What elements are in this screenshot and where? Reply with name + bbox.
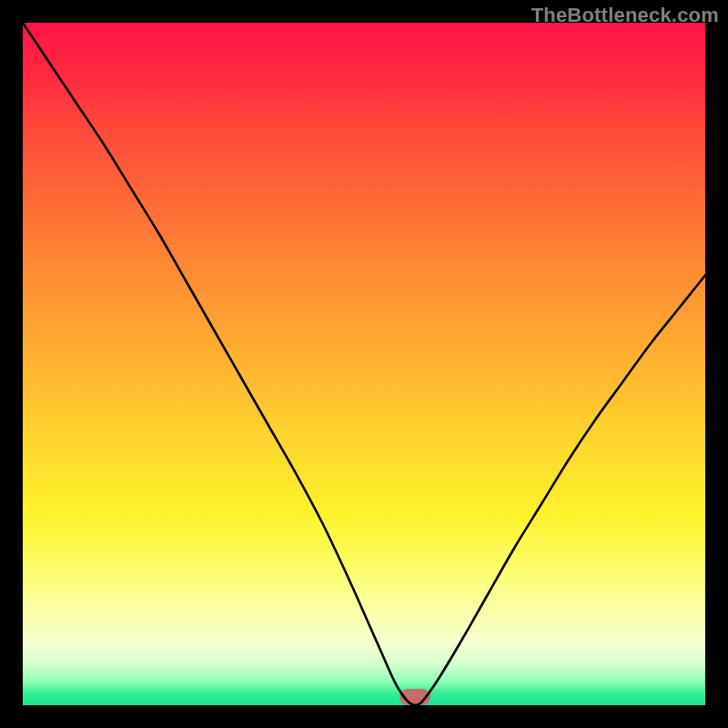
chart-frame: TheBottleneck.com (0, 0, 728, 728)
bottleneck-curve (23, 23, 705, 705)
curve-path (23, 23, 705, 705)
plot-area (23, 23, 705, 705)
